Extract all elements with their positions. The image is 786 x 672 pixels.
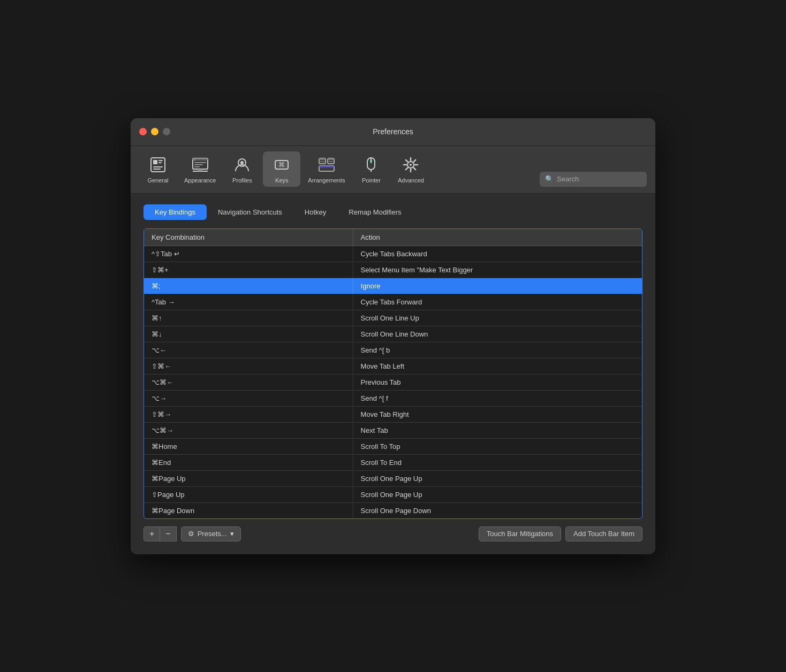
svg-line-38 [406, 159, 408, 162]
svg-rect-0 [151, 158, 165, 172]
table-row[interactable]: ⇧⌘→ Move Tab Right [144, 407, 642, 423]
table-row[interactable]: ⇧⌘← Move Tab Left [144, 358, 642, 375]
action-cell: Scroll One Page Up [353, 487, 642, 502]
table-row[interactable]: ⌥← Send ^[ b [144, 342, 642, 358]
action-cell: Cycle Tabs Backward [353, 246, 642, 262]
toolbar-label-general: General [147, 177, 168, 184]
toolbar-item-arrangements[interactable]: Arrangements [303, 151, 350, 187]
toolbar-item-advanced[interactable]: Advanced [392, 151, 429, 187]
svg-line-40 [414, 159, 416, 162]
key-combination-cell: ⌘↓ [144, 326, 353, 342]
table-row[interactable]: ⇧Page Up Scroll One Page Up [144, 487, 642, 503]
close-button[interactable] [139, 128, 147, 135]
tab-hotkey[interactable]: Hotkey [293, 204, 337, 220]
svg-rect-1 [153, 160, 157, 164]
presets-label: Presets... [198, 530, 227, 538]
table-row[interactable]: ⇧⌘+ Select Menu Item "Make Text Bigger [144, 262, 642, 278]
preferences-window: Preferences General [131, 118, 655, 554]
keys-icon: ⌘ [271, 155, 292, 175]
tab-bar: Key Bindings Navigation Shortcuts Hotkey… [143, 204, 643, 220]
svg-line-39 [414, 167, 416, 170]
footer-left: + − ⚙ Presets... ▾ [143, 526, 241, 541]
toolbar-label-appearance: Appearance [184, 177, 216, 184]
table-row[interactable]: ⌘Home Scroll To Top [144, 439, 642, 455]
chevron-down-icon: ▾ [230, 530, 234, 538]
key-combination-cell: ⌘Page Up [144, 471, 353, 486]
action-cell: Next Tab [353, 423, 642, 438]
key-combination-cell: ⌘Page Down [144, 503, 353, 518]
table-row[interactable]: ⌥→ Send ^[ f [144, 391, 642, 407]
gear-icon: ⚙ [188, 530, 194, 538]
table-row[interactable]: ⌘↓ Scroll One Line Down [144, 326, 642, 342]
action-cell: Scroll One Page Up [353, 471, 642, 486]
key-combination-cell: ⇧⌘→ [144, 407, 353, 422]
add-touch-bar-item-button[interactable]: Add Touch Bar Item [565, 526, 643, 541]
toolbar-item-profiles[interactable]: Profiles [223, 151, 261, 187]
table-row[interactable]: ⌥⌘→ Next Tab [144, 423, 642, 439]
key-combination-cell: ⇧⌘← [144, 358, 353, 374]
remove-binding-button[interactable]: − [160, 526, 176, 541]
key-combination-cell: ⌘; [144, 278, 353, 294]
table-row[interactable]: ⌘End Scroll To End [144, 455, 642, 471]
appearance-icon [190, 155, 210, 175]
key-combination-cell: ⌥⌘← [144, 375, 353, 390]
svg-rect-4 [153, 166, 163, 167]
minimize-button[interactable] [151, 128, 158, 135]
action-cell: Move Tab Left [353, 358, 642, 374]
titlebar: Preferences [131, 118, 655, 146]
tab-remap-modifiers[interactable]: Remap Modifiers [337, 204, 412, 220]
table-body: ^⇧Tab ↵ Cycle Tabs Backward ⇧⌘+ Select M… [144, 246, 642, 518]
action-cell: Scroll To End [353, 455, 642, 470]
svg-point-17 [240, 161, 244, 164]
key-combination-cell: ⌘Home [144, 439, 353, 454]
toolbar-item-pointer[interactable]: Pointer [352, 151, 390, 187]
profiles-icon [232, 155, 252, 175]
svg-text:⌘: ⌘ [278, 161, 285, 169]
footer-right: Touch Bar Mitigations Add Touch Bar Item [479, 526, 643, 541]
key-combination-cell: ^Tab → [144, 294, 353, 310]
svg-rect-2 [158, 160, 163, 161]
svg-rect-13 [194, 166, 200, 167]
table-row[interactable]: ^⇧Tab ↵ Cycle Tabs Backward [144, 246, 642, 262]
action-cell: Scroll To Top [353, 439, 642, 454]
presets-button[interactable]: ⚙ Presets... ▾ [181, 526, 241, 541]
search-box: 🔍 [540, 172, 647, 187]
toolbar-label-keys: Keys [275, 177, 288, 184]
table-row[interactable]: ⌥⌘← Previous Tab [144, 375, 642, 391]
action-cell: Send ^[ b [353, 342, 642, 358]
svg-line-41 [406, 167, 408, 170]
search-input[interactable] [557, 175, 641, 183]
toolbar-item-keys[interactable]: ⌘ Keys [263, 151, 300, 187]
toolbar-item-appearance[interactable]: Appearance [179, 151, 221, 187]
table-row[interactable]: ⌘Page Down Scroll One Page Down [144, 503, 642, 518]
add-binding-button[interactable]: + [143, 526, 160, 541]
toolbar-item-general[interactable]: General [139, 151, 177, 187]
table-row[interactable]: ⌘↑ Scroll One Line Up [144, 310, 642, 326]
svg-point-30 [370, 160, 372, 162]
svg-rect-11 [194, 162, 206, 163]
table-row[interactable]: ⌘; Ignore [144, 278, 642, 294]
svg-rect-10 [198, 169, 202, 171]
svg-rect-23 [328, 158, 334, 160]
action-cell: Move Tab Right [353, 407, 642, 422]
toolbar-label-profiles: Profiles [232, 177, 252, 184]
touch-bar-mitigations-button[interactable]: Touch Bar Mitigations [479, 526, 561, 541]
table-row[interactable]: ^Tab → Cycle Tabs Forward [144, 294, 642, 310]
action-cell: Scroll One Page Down [353, 503, 642, 518]
svg-rect-5 [153, 169, 161, 170]
maximize-button[interactable] [163, 128, 170, 135]
toolbar: General [131, 146, 655, 194]
action-cell: Select Menu Item "Make Text Bigger [353, 262, 642, 278]
action-cell: Scroll One Line Up [353, 310, 642, 326]
tab-navigation-shortcuts[interactable]: Navigation Shortcuts [207, 204, 293, 220]
action-cell: Cycle Tabs Forward [353, 294, 642, 310]
key-combination-cell: ⌘↑ [144, 310, 353, 326]
table-header: Key Combination Action [144, 229, 642, 246]
action-cell: Ignore [353, 278, 642, 294]
svg-rect-27 [319, 166, 334, 167]
arrangements-icon [316, 155, 337, 175]
key-combination-cell: ⌘End [144, 455, 353, 470]
table-row[interactable]: ⌘Page Up Scroll One Page Up [144, 471, 642, 487]
content-area: Key Bindings Navigation Shortcuts Hotkey… [131, 194, 655, 554]
tab-key-bindings[interactable]: Key Bindings [143, 204, 207, 220]
